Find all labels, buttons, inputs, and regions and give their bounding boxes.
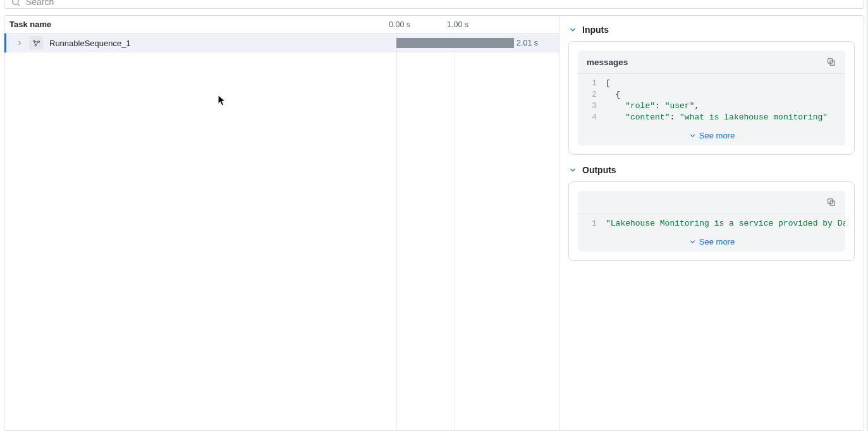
trace-body: RunnableSequence_1 2.01 s <box>4 33 559 430</box>
outputs-card: 1"Lakehouse Monitoring is a service prov… <box>568 181 855 261</box>
timeline-gridline <box>396 33 397 430</box>
svg-line-6 <box>34 42 35 44</box>
timeline-header: 0.00 s 1.00 s <box>382 16 559 33</box>
code-body: 1[2 {3 "role": "user",4 "content": "what… <box>578 74 845 127</box>
code-line: 4 "content": "what is lakehouse monitori… <box>578 112 845 123</box>
task-row[interactable]: RunnableSequence_1 2.01 s <box>4 33 559 52</box>
chevron-right-icon[interactable] <box>15 39 24 47</box>
inputs-title: Inputs <box>582 25 609 35</box>
inputs-section: Inputs messages 1[2 {3 "role": "user",4 … <box>568 25 855 155</box>
inputs-card: messages 1[2 {3 "role": "user",4 "conten… <box>568 41 855 155</box>
see-more-label: See more <box>699 131 735 140</box>
column-header-task-name: Task name <box>4 20 382 29</box>
timeline-tick: 0.00 s <box>389 20 410 29</box>
task-duration: 2.01 s <box>517 39 538 47</box>
copy-icon[interactable] <box>826 197 836 207</box>
inputs-header[interactable]: Inputs <box>568 25 855 35</box>
outputs-title: Outputs <box>582 165 616 175</box>
code-content: "Lakehouse Monitoring is a service provi… <box>606 218 845 229</box>
line-number: 4 <box>578 112 606 123</box>
chevron-down-icon <box>688 238 697 246</box>
code-content: { <box>606 89 845 100</box>
window-edge <box>865 0 865 431</box>
line-number: 3 <box>578 100 606 112</box>
line-number: 1 <box>578 218 606 229</box>
task-label: RunnableSequence_1 <box>49 39 131 48</box>
chevron-down-icon <box>568 25 577 34</box>
code-block-header <box>578 191 845 214</box>
trace-header-row: Task name 0.00 s 1.00 s <box>4 16 559 33</box>
outputs-header[interactable]: Outputs <box>568 165 855 175</box>
code-block-header: messages <box>578 51 845 74</box>
outputs-code-block: 1"Lakehouse Monitoring is a service prov… <box>578 191 845 252</box>
svg-line-7 <box>36 42 38 44</box>
code-content: [ <box>606 78 845 89</box>
see-more-button[interactable]: See more <box>578 233 845 252</box>
line-number: 1 <box>578 78 606 89</box>
search-icon <box>11 0 21 7</box>
details-panel: Inputs messages 1[2 {3 "role": "user",4 … <box>559 16 864 430</box>
code-line: 1[ <box>578 78 845 89</box>
trace-panel: Task name 0.00 s 1.00 s <box>4 16 559 430</box>
outputs-section: Outputs 1"Lakehouse Monitoring is a serv… <box>568 165 855 261</box>
code-content: "content": "what is lakehouse monitoring… <box>606 112 845 123</box>
chain-icon <box>29 36 43 50</box>
code-line: 2 { <box>578 89 845 100</box>
code-block-title: messages <box>587 58 628 67</box>
timeline-bar-cell: 2.01 s <box>382 33 559 52</box>
line-number: 2 <box>578 89 606 100</box>
main-content: Task name 0.00 s 1.00 s <box>4 15 864 431</box>
svg-line-1 <box>18 4 20 6</box>
code-content: "role": "user", <box>606 100 845 112</box>
code-line: 3 "role": "user", <box>578 100 845 112</box>
task-name-cell: RunnableSequence_1 <box>6 36 382 50</box>
timeline-bar <box>396 38 514 48</box>
code-body: 1"Lakehouse Monitoring is a service prov… <box>578 214 845 233</box>
copy-icon[interactable] <box>826 57 836 67</box>
inputs-code-block: messages 1[2 {3 "role": "user",4 "conten… <box>578 51 845 145</box>
code-line: 1"Lakehouse Monitoring is a service prov… <box>578 218 845 229</box>
see-more-label: See more <box>699 237 735 246</box>
chevron-down-icon <box>568 166 577 174</box>
search-placeholder: Search <box>26 0 54 7</box>
svg-point-0 <box>13 0 18 4</box>
timeline-tick: 1.00 s <box>447 20 468 29</box>
timeline-gridline <box>455 33 455 430</box>
search-input-wrapper[interactable]: Search <box>4 0 864 9</box>
see-more-button[interactable]: See more <box>578 127 845 145</box>
chevron-down-icon <box>688 131 697 140</box>
